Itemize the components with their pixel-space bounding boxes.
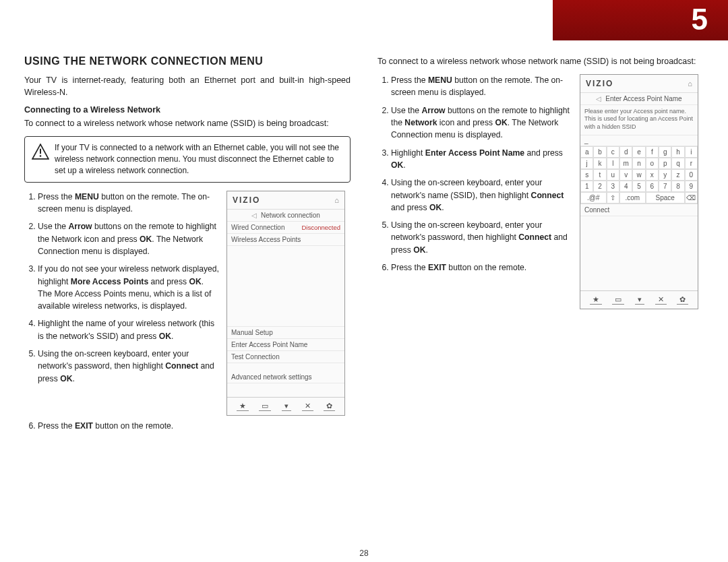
key[interactable]: c (607, 146, 619, 158)
back-arrow-icon: ◁ (596, 95, 601, 102)
key[interactable]: j (580, 158, 593, 169)
key[interactable]: d (619, 146, 632, 158)
key[interactable]: m (619, 158, 632, 169)
manual-setup: Manual Setup (231, 329, 273, 336)
key[interactable]: 3 (607, 181, 619, 192)
key[interactable]: 1 (580, 181, 593, 192)
page-number: 28 (0, 549, 728, 558)
enter-ap: Enter Access Point Name (231, 341, 307, 348)
step-b2: Use the Arrow buttons on the remote to h… (391, 104, 573, 142)
key[interactable]: q (671, 158, 684, 169)
advanced-settings: Advanced network settings (231, 373, 312, 381)
section-heading: USING THE NETWORK CONNECTION MENU (24, 55, 351, 67)
key[interactable]: g (659, 146, 671, 158)
screen1-title: Network connection (261, 212, 320, 219)
key[interactable]: h (671, 146, 684, 158)
down-icon: ▾ (282, 402, 291, 411)
key[interactable]: r (685, 158, 698, 169)
step-a3: If you do not see your wireless network … (38, 263, 220, 312)
key[interactable]: u (607, 169, 619, 181)
home-icon: ⌂ (334, 196, 339, 204)
subsection-title: Connecting to a Wireless Network (24, 105, 351, 115)
chapter-number: 5 (692, 3, 708, 36)
input-cursor: _ (584, 137, 588, 144)
key[interactable]: l (607, 158, 619, 169)
key[interactable]: v (619, 169, 632, 181)
page-body: USING THE NETWORK CONNECTION MENU Your T… (24, 55, 704, 543)
wired-label: Wired Connection (231, 224, 284, 231)
screen2-desc: Please enter your Access point name. Thi… (580, 105, 698, 135)
key[interactable]: t (593, 169, 606, 181)
tv-screen-keyboard: VIZIO ⌂ ◁Enter Access Point Name Please … (580, 74, 698, 309)
vizio-logo: VIZIO (586, 79, 613, 88)
back-arrow-icon: ◁ (251, 212, 257, 219)
star-icon: ★ (590, 295, 602, 305)
key[interactable]: f (646, 146, 659, 158)
test-connection: Test Connection (231, 353, 280, 361)
svg-point-1 (40, 156, 42, 158)
key[interactable]: 9 (685, 181, 698, 192)
steps-list-a: Press the MENU button on the remote. The… (24, 191, 220, 416)
step-a6: Press the EXIT button on the remote. (38, 420, 351, 432)
gear-icon: ✿ (677, 295, 688, 305)
key[interactable]: z (671, 169, 684, 181)
step-b3: Highlight Enter Access Point Name and pr… (391, 147, 573, 172)
key-backspace[interactable]: ⌫ (685, 192, 698, 204)
close-icon: ✕ (655, 295, 667, 305)
close-icon: ✕ (302, 402, 313, 411)
step-a1: Press the MENU button on the remote. The… (38, 191, 220, 216)
key[interactable]: 0 (685, 169, 698, 181)
subsection-intro: To connect to a wireless network whose n… (24, 117, 351, 129)
key-shift[interactable]: ⇧ (607, 192, 619, 204)
onscreen-keyboard: abcdefghi jklmnopqr stuvwxyz0 123456789 … (580, 146, 698, 204)
wireless-label: Wireless Access Points (231, 236, 301, 243)
key[interactable]: 5 (632, 181, 645, 192)
key-symbols[interactable]: .@# (580, 192, 607, 204)
key[interactable]: p (659, 158, 671, 169)
screen-footer-icons: ★ ▭ ▾ ✕ ✿ (580, 290, 698, 309)
key[interactable]: n (632, 158, 645, 169)
home-icon: ⌂ (688, 80, 692, 88)
wired-status: Disconnected (301, 224, 340, 231)
rect-icon: ▭ (259, 402, 271, 411)
key[interactable]: k (593, 158, 606, 169)
step-b6: Press the EXIT button on the remote. (391, 261, 573, 274)
key-com[interactable]: .com (619, 192, 646, 204)
key[interactable]: 8 (671, 181, 684, 192)
key[interactable]: a (580, 146, 593, 158)
intro-paragraph: Your TV is internet-ready, featuring bot… (24, 74, 351, 98)
key-space[interactable]: Space (646, 192, 685, 204)
warning-icon (32, 144, 49, 160)
star-icon: ★ (237, 402, 249, 411)
step-a2: Use the Arrow buttons on the remote to h… (38, 220, 220, 257)
callout-text: If your TV is connected to a network wit… (55, 143, 339, 175)
key[interactable]: y (659, 169, 671, 181)
key[interactable]: s (580, 169, 593, 181)
step-a4: Highlight the name of your wireless netw… (38, 317, 220, 342)
tv-screen-network: VIZIO ⌂ ◁Network connection Wired Connec… (226, 191, 345, 416)
key[interactable]: o (646, 158, 659, 169)
step-b4: Using the on-screen keyboard, enter your… (391, 177, 573, 214)
key[interactable]: w (632, 169, 645, 181)
vizio-logo: VIZIO (233, 195, 260, 205)
steps-list-b: Press the MENU button on the remote. The… (377, 74, 573, 309)
screen2-title: Enter Access Point Name (605, 95, 681, 102)
down-icon: ▾ (635, 295, 644, 305)
rect-icon: ▭ (612, 295, 624, 305)
gear-icon: ✿ (324, 402, 335, 411)
key[interactable]: 2 (593, 181, 606, 192)
key[interactable]: x (646, 169, 659, 181)
col2-intro: To connect to a wireless network whose n… (377, 55, 704, 67)
warning-callout: If your TV is connected to a network wit… (24, 136, 351, 182)
key[interactable]: e (632, 146, 645, 158)
key[interactable]: 7 (659, 181, 671, 192)
screen-footer-icons: ★ ▭ ▾ ✕ ✿ (227, 397, 344, 415)
key[interactable]: i (685, 146, 698, 158)
key[interactable]: b (593, 146, 606, 158)
step-b1: Press the MENU button on the remote. The… (391, 74, 573, 99)
key[interactable]: 4 (619, 181, 632, 192)
connect-button[interactable]: Connect (584, 206, 609, 214)
step-b5: Using the on-screen keyboard, enter your… (391, 219, 573, 256)
step-a5: Using the on-screen keyboard, enter your… (38, 348, 220, 385)
key[interactable]: 6 (646, 181, 659, 192)
